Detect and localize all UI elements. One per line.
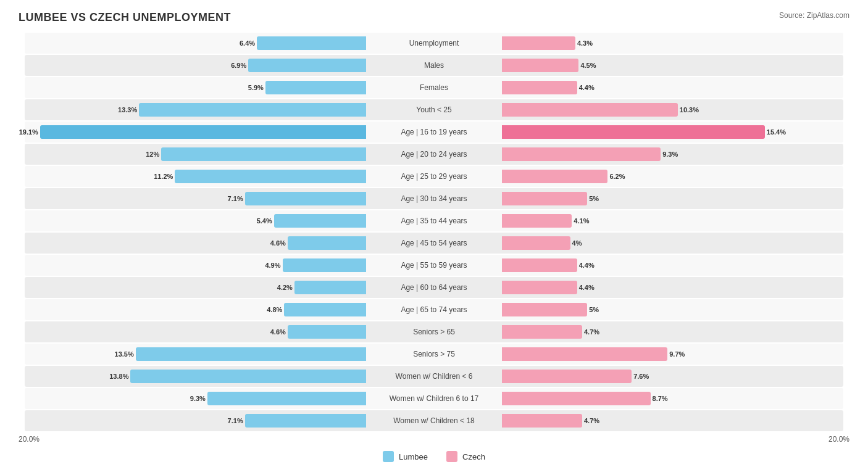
row-center-label: Age | 60 to 64 years bbox=[366, 279, 502, 296]
left-bar-area: 4.8% bbox=[25, 301, 366, 318]
row-center-label: Seniors > 75 bbox=[366, 345, 502, 363]
czech-value-label: 6.2% bbox=[609, 173, 625, 180]
lumbee-bar: 6.9% bbox=[248, 59, 366, 72]
czech-bar: 7.6% bbox=[502, 370, 632, 383]
row-center-label: Youth < 25 bbox=[366, 101, 502, 118]
left-bar-area: 6.4% bbox=[25, 35, 366, 52]
lumbee-value-label: 13.5% bbox=[115, 350, 134, 358]
axis-left: 20.0% bbox=[19, 435, 40, 444]
right-bar-area: 4% bbox=[502, 234, 843, 252]
right-bar-area: 5% bbox=[502, 190, 843, 207]
right-bar-area: 7.6% bbox=[502, 368, 843, 385]
axis-labels: 20.0% 20.0% bbox=[19, 435, 849, 444]
chart-row: 11.2%Age | 25 to 29 years6.2% bbox=[25, 166, 843, 187]
right-bar-area: 4.5% bbox=[502, 57, 843, 74]
lumbee-bar: 4.6% bbox=[288, 325, 366, 339]
left-bar-area: 5.9% bbox=[25, 79, 366, 96]
left-bar-area: 7.1% bbox=[25, 412, 366, 429]
czech-bar: 4.4% bbox=[502, 281, 577, 294]
row-center-label: Seniors > 65 bbox=[366, 323, 502, 341]
lumbee-value-label: 13.3% bbox=[118, 106, 137, 114]
chart-row: 7.1%Age | 30 to 34 years5% bbox=[25, 188, 843, 209]
czech-value-label: 7.6% bbox=[633, 373, 649, 380]
lumbee-value-label: 5.9% bbox=[248, 84, 264, 91]
left-bar-area: 13.3% bbox=[25, 101, 366, 118]
left-bar-area: 5.4% bbox=[25, 212, 366, 229]
czech-bar: 6.2% bbox=[502, 170, 607, 183]
chart-row: 4.6%Age | 45 to 54 years4% bbox=[25, 233, 843, 254]
czech-bar: 10.3% bbox=[502, 103, 678, 117]
czech-bar: 4.7% bbox=[502, 414, 582, 428]
right-bar-area: 4.4% bbox=[502, 79, 843, 96]
chart-title: LUMBEE VS CZECH UNEMPLOYMENT bbox=[19, 11, 231, 24]
row-center-label: Females bbox=[366, 79, 502, 96]
right-bar-area: 4.3% bbox=[502, 35, 843, 52]
lumbee-bar: 4.6% bbox=[288, 236, 366, 250]
row-center-label: Age | 25 to 29 years bbox=[366, 168, 502, 185]
czech-bar: 4.1% bbox=[502, 214, 572, 228]
right-bar-area: 4.7% bbox=[502, 412, 843, 429]
lumbee-bar: 5.9% bbox=[265, 81, 366, 94]
czech-value-label: 10.3% bbox=[680, 106, 699, 114]
right-bar-area: 4.7% bbox=[502, 323, 843, 341]
chart-row: 9.3%Women w/ Children 6 to 178.7% bbox=[25, 388, 843, 409]
lumbee-bar: 13.8% bbox=[130, 370, 366, 383]
lumbee-bar: 4.8% bbox=[284, 303, 366, 316]
right-bar-area: 4.4% bbox=[502, 279, 843, 296]
chart-rows: 6.4%Unemployment4.3%6.9%Males4.5%5.9%Fem… bbox=[19, 33, 849, 431]
chart-row: 13.5%Seniors > 759.7% bbox=[25, 344, 843, 365]
right-bar-area: 5% bbox=[502, 301, 843, 318]
czech-bar: 15.4% bbox=[502, 125, 765, 139]
lumbee-bar: 13.5% bbox=[136, 347, 366, 361]
lumbee-value-label: 6.9% bbox=[231, 62, 246, 69]
lumbee-bar: 6.4% bbox=[257, 36, 366, 50]
lumbee-value-label: 4.8% bbox=[267, 306, 282, 313]
chart-row: 4.6%Seniors > 654.7% bbox=[25, 321, 843, 342]
chart-row: 19.1%Age | 16 to 19 years15.4% bbox=[25, 122, 843, 143]
right-bar-area: 9.7% bbox=[502, 345, 843, 363]
chart-row: 6.9%Males4.5% bbox=[25, 55, 843, 76]
row-center-label: Unemployment bbox=[366, 35, 502, 52]
czech-value-label: 8.7% bbox=[653, 395, 668, 402]
left-bar-area: 9.3% bbox=[25, 390, 366, 407]
czech-bar: 4% bbox=[502, 236, 570, 250]
czech-bar: 5% bbox=[502, 192, 587, 205]
czech-value-label: 4.3% bbox=[577, 39, 593, 47]
right-bar-area: 10.3% bbox=[502, 101, 843, 118]
left-bar-area: 4.9% bbox=[25, 257, 366, 274]
czech-bar: 9.7% bbox=[502, 347, 667, 361]
chart-row: 12%Age | 20 to 24 years9.3% bbox=[25, 144, 843, 165]
czech-bar: 4.4% bbox=[502, 258, 577, 272]
row-center-label: Age | 30 to 34 years bbox=[366, 190, 502, 207]
czech-bar: 4.7% bbox=[502, 325, 582, 339]
lumbee-value-label: 5.4% bbox=[257, 217, 272, 225]
row-center-label: Age | 45 to 54 years bbox=[366, 234, 502, 252]
lumbee-value-label: 7.1% bbox=[228, 195, 243, 202]
chart-container: LUMBEE VS CZECH UNEMPLOYMENT Source: Zip… bbox=[0, 0, 868, 467]
chart-row: 4.2%Age | 60 to 64 years4.4% bbox=[25, 277, 843, 298]
left-bar-area: 7.1% bbox=[25, 190, 366, 207]
chart-source: Source: ZipAtlas.com bbox=[779, 11, 849, 20]
lumbee-value-label: 12% bbox=[146, 151, 159, 158]
chart-row: 6.4%Unemployment4.3% bbox=[25, 33, 843, 54]
row-center-label: Women w/ Children 6 to 17 bbox=[366, 390, 502, 407]
lumbee-value-label: 4.2% bbox=[277, 284, 293, 291]
chart-row: 7.1%Women w/ Children < 184.7% bbox=[25, 410, 843, 431]
czech-bar: 4.4% bbox=[502, 81, 577, 94]
row-center-label: Age | 55 to 59 years bbox=[366, 257, 502, 274]
czech-value-label: 5% bbox=[589, 195, 599, 202]
right-bar-area: 4.4% bbox=[502, 257, 843, 274]
right-bar-area: 6.2% bbox=[502, 168, 843, 185]
lumbee-bar: 13.3% bbox=[139, 103, 366, 117]
lumbee-value-label: 4.6% bbox=[270, 328, 286, 336]
lumbee-label: Lumbee bbox=[399, 452, 428, 461]
lumbee-bar: 19.1% bbox=[40, 125, 366, 139]
czech-value-label: 9.3% bbox=[662, 151, 678, 158]
left-bar-area: 11.2% bbox=[25, 168, 366, 185]
right-bar-area: 4.1% bbox=[502, 212, 843, 229]
left-bar-area: 13.8% bbox=[25, 368, 366, 385]
lumbee-bar: 12% bbox=[161, 147, 366, 161]
lumbee-value-label: 9.3% bbox=[190, 395, 206, 402]
lumbee-bar: 4.9% bbox=[283, 258, 366, 272]
czech-value-label: 4.7% bbox=[584, 417, 599, 424]
